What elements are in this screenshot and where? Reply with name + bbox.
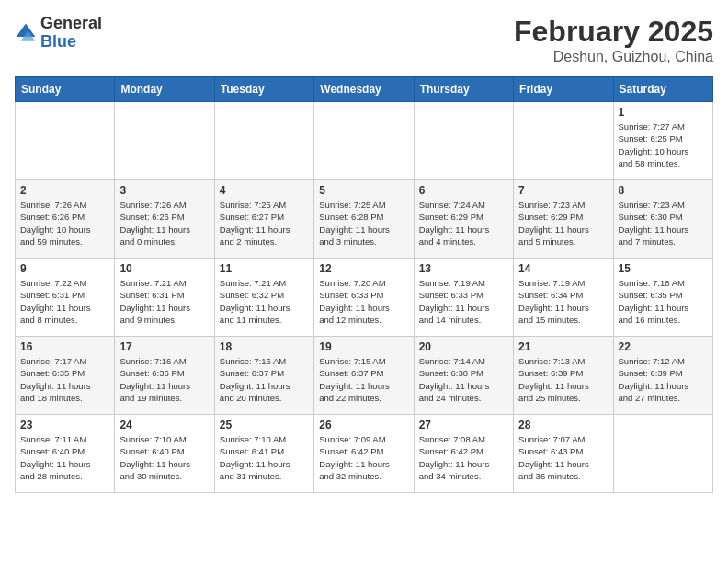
day-number: 2 [20,184,109,197]
day-number: 23 [20,419,109,431]
day-info: Sunrise: 7:14 AM Sunset: 6:38 PM Dayligh… [419,355,508,404]
location: Deshun, Guizhou, China [514,49,713,65]
day-number: 16 [20,340,109,353]
day-info: Sunrise: 7:21 AM Sunset: 6:31 PM Dayligh… [119,277,209,326]
calendar-cell: 1Sunrise: 7:27 AM Sunset: 6:25 PM Daylig… [613,102,712,180]
day-info: Sunrise: 7:10 AM Sunset: 6:41 PM Dayligh… [220,433,309,482]
day-number: 22 [619,340,708,353]
day-number: 24 [119,419,209,431]
day-number: 15 [619,262,708,275]
calendar-cell: 17Sunrise: 7:16 AM Sunset: 6:36 PM Dayli… [115,337,214,415]
weekday-header: Thursday [414,77,513,102]
calendar-cell [514,102,613,180]
calendar-week-row: 2Sunrise: 7:26 AM Sunset: 6:26 PM Daylig… [16,180,713,259]
day-info: Sunrise: 7:23 AM Sunset: 6:30 PM Dayligh… [619,199,708,247]
day-number: 8 [619,184,708,197]
day-number: 1 [619,106,708,119]
calendar-cell: 5Sunrise: 7:25 AM Sunset: 6:28 PM Daylig… [314,180,414,259]
day-info: Sunrise: 7:19 AM Sunset: 6:34 PM Dayligh… [518,277,608,326]
calendar-cell: 24Sunrise: 7:10 AM Sunset: 6:40 PM Dayli… [115,415,214,493]
day-number: 28 [518,419,608,431]
logo-general: General [40,14,102,32]
month-title: February 2025 [514,15,713,49]
title-block: February 2025 Deshun, Guizhou, China [514,15,713,65]
calendar-week-row: 9Sunrise: 7:22 AM Sunset: 6:31 PM Daylig… [16,259,713,337]
calendar-cell [16,102,115,180]
logo-text: General Blue [40,15,102,52]
weekday-header: Tuesday [214,77,313,102]
day-info: Sunrise: 7:09 AM Sunset: 6:42 PM Dayligh… [319,433,408,482]
day-info: Sunrise: 7:25 AM Sunset: 6:28 PM Dayligh… [319,199,408,247]
calendar-cell: 15Sunrise: 7:18 AM Sunset: 6:35 PM Dayli… [613,259,712,337]
calendar-week-row: 16Sunrise: 7:17 AM Sunset: 6:35 PM Dayli… [16,337,713,415]
calendar-cell: 22Sunrise: 7:12 AM Sunset: 6:39 PM Dayli… [613,337,712,415]
day-info: Sunrise: 7:24 AM Sunset: 6:29 PM Dayligh… [419,199,508,247]
weekday-header: Sunday [16,77,115,102]
day-info: Sunrise: 7:12 AM Sunset: 6:39 PM Dayligh… [619,355,708,404]
calendar-cell: 8Sunrise: 7:23 AM Sunset: 6:30 PM Daylig… [613,180,712,259]
weekday-header: Monday [115,77,214,102]
day-info: Sunrise: 7:11 AM Sunset: 6:40 PM Dayligh… [20,433,109,482]
day-info: Sunrise: 7:07 AM Sunset: 6:43 PM Dayligh… [518,433,608,482]
day-info: Sunrise: 7:15 AM Sunset: 6:37 PM Dayligh… [319,355,408,404]
calendar-cell: 6Sunrise: 7:24 AM Sunset: 6:29 PM Daylig… [414,180,513,259]
day-number: 14 [518,262,608,275]
weekday-header: Friday [514,77,613,102]
calendar-cell: 13Sunrise: 7:19 AM Sunset: 6:33 PM Dayli… [414,259,513,337]
day-info: Sunrise: 7:19 AM Sunset: 6:33 PM Dayligh… [419,277,508,326]
day-info: Sunrise: 7:16 AM Sunset: 6:36 PM Dayligh… [119,355,209,404]
calendar-cell: 21Sunrise: 7:13 AM Sunset: 6:39 PM Dayli… [514,337,613,415]
day-number: 20 [419,340,508,353]
day-number: 21 [518,340,608,353]
calendar-cell [314,102,414,180]
calendar-cell [613,415,712,493]
calendar-cell [115,102,214,180]
calendar-cell: 28Sunrise: 7:07 AM Sunset: 6:43 PM Dayli… [514,415,613,493]
day-info: Sunrise: 7:17 AM Sunset: 6:35 PM Dayligh… [20,355,109,404]
day-info: Sunrise: 7:23 AM Sunset: 6:29 PM Dayligh… [518,199,608,247]
calendar-cell [214,102,313,180]
calendar-cell: 26Sunrise: 7:09 AM Sunset: 6:42 PM Dayli… [314,415,414,493]
weekday-header: Saturday [613,77,712,102]
day-number: 4 [220,184,309,197]
calendar-cell: 18Sunrise: 7:16 AM Sunset: 6:37 PM Dayli… [214,337,313,415]
day-number: 6 [419,184,508,197]
calendar-cell: 19Sunrise: 7:15 AM Sunset: 6:37 PM Dayli… [314,337,414,415]
calendar-cell: 9Sunrise: 7:22 AM Sunset: 6:31 PM Daylig… [16,259,115,337]
calendar-cell: 10Sunrise: 7:21 AM Sunset: 6:31 PM Dayli… [115,259,214,337]
logo-blue: Blue [40,32,76,51]
day-info: Sunrise: 7:08 AM Sunset: 6:42 PM Dayligh… [419,433,508,482]
calendar-cell: 2Sunrise: 7:26 AM Sunset: 6:26 PM Daylig… [16,180,115,259]
calendar-week-row: 1Sunrise: 7:27 AM Sunset: 6:25 PM Daylig… [16,102,713,180]
day-info: Sunrise: 7:26 AM Sunset: 6:26 PM Dayligh… [119,199,209,247]
calendar-cell: 27Sunrise: 7:08 AM Sunset: 6:42 PM Dayli… [414,415,513,493]
day-number: 3 [119,184,209,197]
calendar-cell: 11Sunrise: 7:21 AM Sunset: 6:32 PM Dayli… [214,259,313,337]
day-number: 17 [119,340,209,353]
calendar-cell: 25Sunrise: 7:10 AM Sunset: 6:41 PM Dayli… [214,415,313,493]
day-info: Sunrise: 7:16 AM Sunset: 6:37 PM Dayligh… [220,355,309,404]
day-info: Sunrise: 7:26 AM Sunset: 6:26 PM Dayligh… [20,199,109,247]
calendar-cell: 14Sunrise: 7:19 AM Sunset: 6:34 PM Dayli… [514,259,613,337]
day-info: Sunrise: 7:18 AM Sunset: 6:35 PM Dayligh… [619,277,708,326]
day-info: Sunrise: 7:21 AM Sunset: 6:32 PM Dayligh… [220,277,309,326]
calendar-cell: 16Sunrise: 7:17 AM Sunset: 6:35 PM Dayli… [16,337,115,415]
day-info: Sunrise: 7:13 AM Sunset: 6:39 PM Dayligh… [518,355,608,404]
day-info: Sunrise: 7:20 AM Sunset: 6:33 PM Dayligh… [319,277,408,326]
calendar-cell: 12Sunrise: 7:20 AM Sunset: 6:33 PM Dayli… [314,259,414,337]
calendar-week-row: 23Sunrise: 7:11 AM Sunset: 6:40 PM Dayli… [16,415,713,493]
calendar-cell: 3Sunrise: 7:26 AM Sunset: 6:26 PM Daylig… [115,180,214,259]
weekday-header: Wednesday [314,77,414,102]
day-info: Sunrise: 7:10 AM Sunset: 6:40 PM Dayligh… [119,433,209,482]
day-number: 27 [419,419,508,431]
day-number: 10 [119,262,209,275]
calendar-cell: 4Sunrise: 7:25 AM Sunset: 6:27 PM Daylig… [214,180,313,259]
day-number: 25 [220,419,309,431]
day-number: 13 [419,262,508,275]
day-number: 19 [319,340,408,353]
logo-icon [15,22,37,44]
calendar-cell: 23Sunrise: 7:11 AM Sunset: 6:40 PM Dayli… [16,415,115,493]
day-number: 9 [20,262,109,275]
day-number: 18 [220,340,309,353]
day-number: 5 [319,184,408,197]
